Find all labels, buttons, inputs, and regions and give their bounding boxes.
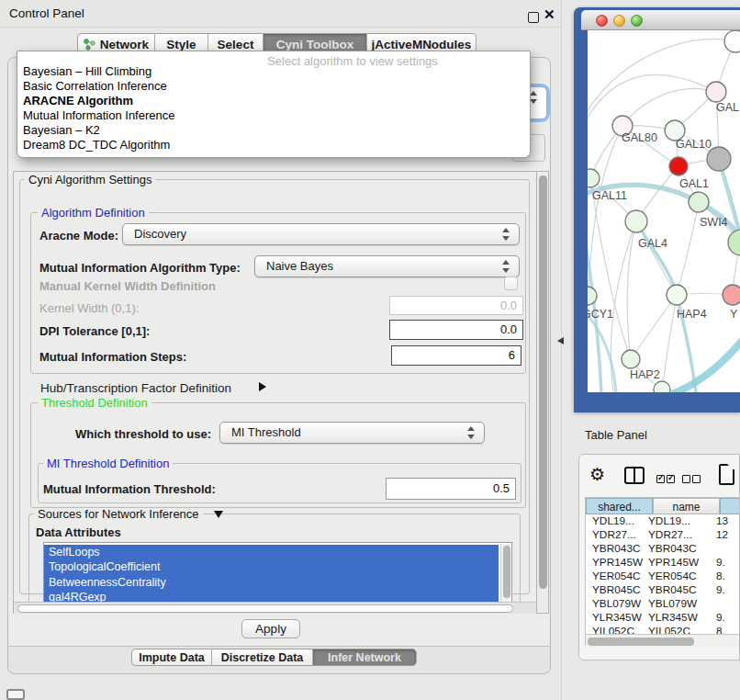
table-row[interactable]: YIL052CYIL052C8. xyxy=(586,625,740,634)
settings-vertical-scrollbar[interactable] xyxy=(536,171,549,614)
dropdown-item[interactable]: ARACNE Algorithm xyxy=(21,94,526,108)
algorithm-definition-title: Algorithm Definition xyxy=(38,207,149,219)
scrollbar-thumb[interactable] xyxy=(539,175,547,589)
network-node-labels: GALGAL80GAL10GAL1GAL11SWI4GAL4GCY1HAP4YH… xyxy=(588,101,739,381)
table-row[interactable]: YBR043CYBR043C xyxy=(586,542,740,556)
table-cell: YLR345W xyxy=(586,611,646,625)
minimize-window-icon[interactable] xyxy=(613,15,625,27)
kernel-width-field[interactable]: 0.0 xyxy=(389,296,523,315)
minimized-panel-icon[interactable] xyxy=(6,689,25,700)
table-row[interactable]: YDR27...YDR27...12 xyxy=(586,528,740,542)
node-label: GCY1 xyxy=(588,308,613,321)
dropdown-item[interactable]: Bayesian – Hill Climbing xyxy=(21,64,526,79)
network-node-swi4[interactable] xyxy=(689,192,709,212)
dropdown-item[interactable]: Basic Correlation Inference xyxy=(21,79,526,94)
control-panel-title: Control Panel xyxy=(9,6,84,20)
float-panel-icon[interactable] xyxy=(528,12,539,23)
node-label: GAL4 xyxy=(638,237,667,250)
table-row[interactable]: YPR145WYPR145W9. xyxy=(586,556,740,570)
data-attribute-item[interactable]: BetweennessCentrality xyxy=(44,575,499,590)
table-row[interactable]: YBL079WYBL079W xyxy=(586,597,740,611)
table-cell: YBR043C xyxy=(646,542,712,556)
select-all-checkboxes-icon[interactable] xyxy=(656,470,677,487)
settings-horizontal-scrollbar[interactable] xyxy=(14,602,536,614)
gear-icon[interactable]: ⚙ xyxy=(589,464,605,485)
settings-scrollpane: Cyni Algorithm Settings Algorithm Defini… xyxy=(13,171,549,614)
data-attribute-item[interactable]: SelfLoops xyxy=(44,545,499,559)
data-attribute-item[interactable]: TopologicalCoefficient xyxy=(44,559,499,574)
mi-threshold-label: Mutual Information Threshold: xyxy=(43,482,216,496)
network-node-hap4[interactable] xyxy=(667,285,687,305)
dropdown-item[interactable]: Bayesian – K2 xyxy=(21,123,526,138)
table-cell: 8. xyxy=(712,625,725,634)
table-cell: YBL079W xyxy=(586,597,646,611)
node-label: HAP4 xyxy=(677,308,707,321)
deselect-all-checkboxes-icon[interactable] xyxy=(682,470,702,487)
document-icon[interactable] xyxy=(719,464,734,485)
network-node-hap2[interactable] xyxy=(622,350,640,368)
combo-spinner-icon xyxy=(467,425,475,440)
combo-spinner-icon xyxy=(502,259,510,274)
aracne-mode-combobox[interactable]: Discovery xyxy=(122,223,520,245)
table-row[interactable]: YDL19...YDL19...13 xyxy=(586,514,740,528)
table-row[interactable]: YBR045CYBR045C9. xyxy=(586,583,740,597)
network-node[interactable] xyxy=(728,230,740,255)
apply-button[interactable]: Apply xyxy=(241,619,300,638)
cyni-algorithm-settings-title: Cyni Algorithm Settings xyxy=(25,174,155,186)
dropdown-item[interactable]: Mutual Information Inference xyxy=(21,108,526,123)
threshold-definition-title: Threshold Definition xyxy=(38,397,151,409)
network-node-gal[interactable] xyxy=(706,82,726,102)
column-header-cut[interactable] xyxy=(720,498,740,514)
combo-spinner-icon xyxy=(502,227,510,242)
collapse-down-icon[interactable] xyxy=(214,511,223,518)
scrollbar-thumb[interactable] xyxy=(503,546,510,598)
close-icon[interactable]: ✕ xyxy=(544,6,555,23)
which-threshold-label: Which threshold to use: xyxy=(75,427,211,441)
tab-network-label: Network xyxy=(100,38,149,51)
table-cell: YBR045C xyxy=(586,583,646,597)
tab-infer-network-label: Infer Network xyxy=(328,651,401,664)
tab-impute-data[interactable]: Impute Data xyxy=(131,649,212,666)
network-window-titlebar[interactable] xyxy=(581,10,740,30)
scrollbar-thumb[interactable] xyxy=(17,604,513,613)
node-label: GAL1 xyxy=(679,177,709,190)
mi-threshold-field[interactable]: 0.5 xyxy=(386,478,516,500)
zoom-window-icon[interactable] xyxy=(631,15,643,27)
table-row[interactable]: YLR345WYLR345W9. xyxy=(586,611,740,625)
network-node-gal1[interactable] xyxy=(669,157,688,175)
network-node-gal4[interactable] xyxy=(625,210,647,232)
algorithm-dropdown-popup: Select algorithm to view settings Bayesi… xyxy=(17,51,531,158)
network-node-y[interactable] xyxy=(723,285,740,305)
dpi-tolerance-field[interactable]: 0.0 xyxy=(389,320,523,340)
table-cell: YDL19... xyxy=(646,514,712,528)
tab-cyni-toolbox-label: Cyni Toolbox xyxy=(276,38,354,51)
network-node[interactable] xyxy=(724,30,740,52)
column-header-name[interactable]: name xyxy=(653,498,720,514)
dropdown-item[interactable]: Dream8 DC_TDC Algorithm xyxy=(21,138,526,152)
manual-kernel-checkbox[interactable] xyxy=(504,277,518,290)
node-label: GAL xyxy=(716,101,739,114)
table-cell: 8. xyxy=(712,570,725,583)
table-cell: YPR145W xyxy=(586,556,646,570)
tab-discretize-data[interactable]: Discretize Data xyxy=(212,649,313,666)
expand-right-icon[interactable] xyxy=(259,382,266,391)
mi-steps-field[interactable]: 6 xyxy=(391,345,521,366)
data-attributes-list[interactable]: SelfLoopsTopologicalCoefficientBetweenne… xyxy=(43,542,512,604)
mi-threshold-definition-title: MI Threshold Definition xyxy=(43,457,173,469)
close-window-icon[interactable] xyxy=(596,15,608,27)
network-canvas[interactable]: GALGAL80GAL10GAL1GAL11SWI4GAL4GCY1HAP4YH… xyxy=(588,30,740,392)
mi-type-combobox[interactable]: Naive Bayes xyxy=(254,255,520,277)
column-header-shared-name[interactable]: shared... xyxy=(586,498,653,514)
which-threshold-combobox[interactable]: MI Threshold xyxy=(219,422,485,444)
table-row[interactable]: YER054CYER054C8. xyxy=(586,570,740,583)
scrollbar-thumb[interactable] xyxy=(588,638,694,646)
aracne-mode-label: Aracne Mode: xyxy=(39,229,118,243)
table-horizontal-scrollbar[interactable] xyxy=(586,634,740,647)
list-vertical-scrollbar[interactable] xyxy=(500,544,510,603)
node-label: Y xyxy=(730,308,738,321)
columns-icon[interactable] xyxy=(624,467,645,484)
aracne-mode-value: Discovery xyxy=(134,227,186,241)
network-node[interactable] xyxy=(654,381,670,392)
tab-infer-network[interactable]: Infer Network xyxy=(313,649,417,666)
table-cell: YIL052C xyxy=(646,625,712,634)
